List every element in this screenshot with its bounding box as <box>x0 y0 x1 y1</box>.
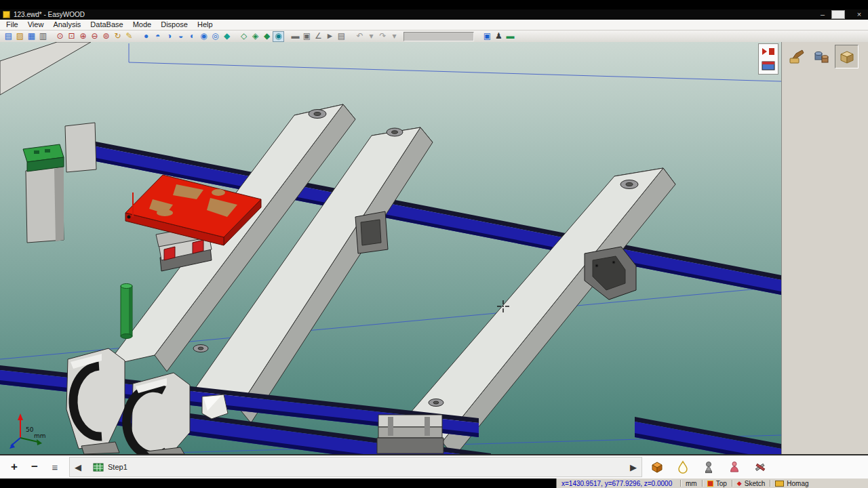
quick-select-combo[interactable] <box>403 32 474 41</box>
panel-collapse-icon[interactable] <box>759 44 778 58</box>
redraw-icon[interactable]: ↻ <box>112 31 123 42</box>
user-icon[interactable]: ♟ <box>493 31 505 42</box>
main-toolbar: ▤ ▨ ▦ ▥ ⊙ ⊡ ⊕ ⊖ ⊚ ↻ ✎ ● ◓ ◑ ◒ ◐ <box>0 30 868 42</box>
maximize-button[interactable] <box>831 10 845 19</box>
sketch-edit-icon[interactable]: ✎ <box>123 31 135 42</box>
zoom-window-icon[interactable]: ⊡ <box>66 31 77 42</box>
zoom-previous-icon[interactable]: ⊚ <box>100 31 112 42</box>
step-tab-label: Step1 <box>108 463 127 471</box>
menu-database[interactable]: DataBase <box>85 20 127 30</box>
next-step-button[interactable]: ▶ <box>625 458 642 476</box>
view-rotate-icon[interactable]: ◎ <box>210 31 221 42</box>
sketch-mode-icon[interactable]: ◆ <box>737 480 742 487</box>
title-bar: 123.ewd* - EasyWOOD – × <box>0 9 868 20</box>
view-orientation-icon[interactable] <box>707 481 713 487</box>
snapshot-icon[interactable]: ▣ <box>301 31 313 42</box>
status-bar: x=1430.9517, y=677.9296, z=0.0000 mm Top… <box>0 479 868 488</box>
view-left-icon[interactable]: ◐ <box>186 31 198 42</box>
report-icon[interactable]: ▤ <box>336 31 347 42</box>
add-step-button[interactable]: + <box>4 458 24 476</box>
menu-help[interactable]: Help <box>193 20 218 30</box>
zoom-all-icon[interactable]: ⊙ <box>54 31 66 42</box>
remove-step-button[interactable]: − <box>24 458 45 476</box>
menu-file[interactable]: File <box>1 20 23 30</box>
display-rendered-icon[interactable]: ◉ <box>273 31 284 42</box>
step-grid-icon <box>93 463 104 472</box>
view-axonometric-icon[interactable]: ◆ <box>221 31 233 42</box>
zoom-out-icon[interactable]: ⊖ <box>89 31 100 42</box>
workpiece-block-tool-icon[interactable] <box>835 45 859 68</box>
step-tab[interactable]: Step1 <box>86 458 134 476</box>
window-title: 123.ewd* - EasyWOOD <box>14 11 85 18</box>
pods-layout-tool-icon[interactable] <box>810 45 833 68</box>
view-manager-icon[interactable] <box>759 58 778 73</box>
right-tool-panel <box>781 42 868 454</box>
homag-logo-icon <box>775 481 784 487</box>
menu-bar: File View Analysis DataBase Mode Dispose… <box>0 20 868 30</box>
undo-icon[interactable]: ↶ <box>354 31 366 42</box>
view-name[interactable]: Top <box>713 480 730 487</box>
cursor-coordinates: x=1430.9517, y=677.9296, z=0.0000 <box>557 480 678 487</box>
letterbox-top <box>0 0 868 9</box>
display-hidden-line-icon[interactable]: ◈ <box>250 31 261 42</box>
menu-mode[interactable]: Mode <box>128 20 157 30</box>
zoom-in-icon[interactable]: ⊕ <box>77 31 89 42</box>
pick-icon[interactable]: ► <box>324 31 336 42</box>
axis-scale-value: 50 <box>26 426 34 433</box>
view-front-icon[interactable]: ◓ <box>152 31 163 42</box>
display-shaded-icon[interactable]: ◆ <box>261 31 273 42</box>
view-top-icon[interactable]: ● <box>140 31 152 42</box>
viewport-3d[interactable]: 50 mm <box>0 42 781 454</box>
new-file-icon[interactable]: ▤ <box>3 31 14 42</box>
undo-list-icon[interactable]: ▾ <box>366 31 377 42</box>
front-clamp-2[interactable] <box>127 373 190 454</box>
view-back-icon[interactable]: ◒ <box>175 31 186 42</box>
paste-icon[interactable]: ▣ <box>481 31 493 42</box>
units-indicator[interactable]: mm <box>683 480 700 487</box>
menu-analysis[interactable]: Analysis <box>48 20 85 30</box>
view-side-icon[interactable]: ◑ <box>163 31 175 42</box>
close-button[interactable]: × <box>850 10 868 19</box>
app-icon <box>3 11 10 18</box>
viewport-3d-scene: 50 mm <box>0 42 781 454</box>
setup-tools <box>650 460 767 474</box>
view-iso-icon[interactable]: ◉ <box>198 31 210 42</box>
origin-pawn-icon[interactable] <box>702 460 715 474</box>
step-toolbar: + − ≡ ◀ Step1 ▶ <box>0 454 868 479</box>
mode-name[interactable]: Sketch <box>742 480 768 487</box>
axis-scale-unit: mm <box>34 432 46 439</box>
print-icon[interactable]: ▥ <box>37 31 49 42</box>
step-list-button[interactable]: ≡ <box>45 458 65 476</box>
save-file-icon[interactable]: ▦ <box>26 31 37 42</box>
measure-icon[interactable]: ▬ <box>290 31 301 42</box>
brand-name: Homag <box>784 480 811 487</box>
angle-icon[interactable]: ∠ <box>313 31 324 42</box>
redo-icon[interactable]: ↷ <box>377 31 389 42</box>
menu-dispose[interactable]: Dispose <box>156 20 193 30</box>
minimize-button[interactable]: – <box>814 10 831 19</box>
coolant-drop-icon[interactable] <box>676 460 690 474</box>
cleanup-brush-tool-icon[interactable] <box>785 45 808 68</box>
step-tab-strip: ◀ Step1 ▶ <box>69 457 642 477</box>
menu-view[interactable]: View <box>23 20 49 30</box>
open-file-icon[interactable]: ▨ <box>14 31 26 42</box>
previous-step-button[interactable]: ◀ <box>70 458 86 476</box>
materials-icon[interactable]: ▬ <box>505 31 516 42</box>
display-wireframe-icon[interactable]: ◇ <box>238 31 250 42</box>
machine-setup-icon[interactable] <box>650 460 664 474</box>
console-3-carriage[interactable] <box>377 415 443 453</box>
viewport-overlay-toolbar <box>758 43 778 75</box>
operator-icon[interactable] <box>728 460 741 474</box>
tooling-wrench-icon[interactable] <box>753 460 767 474</box>
redo-list-icon[interactable]: ▾ <box>389 31 400 42</box>
green-stop-pin[interactable] <box>121 284 132 339</box>
